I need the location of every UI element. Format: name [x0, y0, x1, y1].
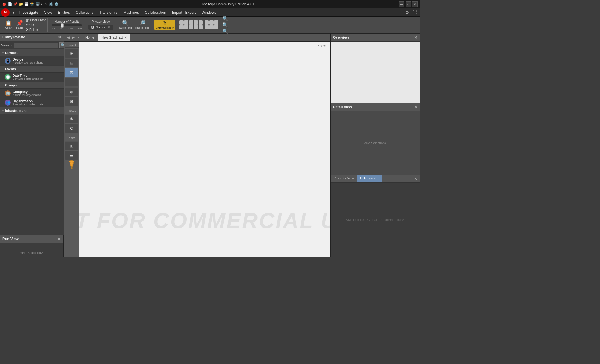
minimize-button[interactable]: —	[399, 1, 404, 7]
menu-transforms[interactable]: Transforms	[96, 9, 120, 16]
clear-graph-label: Clear Graph	[30, 19, 46, 22]
category-infrastructure[interactable]: − Infrastructure	[0, 107, 64, 114]
quick-find-button[interactable]: 🔍 Quick Find	[118, 20, 133, 30]
slider-ticks: 12 50 256 10k	[52, 27, 82, 30]
circular-layout-button[interactable]: ⊛	[65, 87, 78, 96]
company-icon: 🏢	[5, 90, 11, 96]
layout-icon-7[interactable]	[184, 25, 188, 29]
layout-icon-4[interactable]	[194, 20, 198, 25]
privacy-icon: 🖼	[91, 25, 94, 29]
align-icon-1[interactable]	[205, 20, 209, 25]
align-icon-2[interactable]	[209, 20, 214, 25]
node-size-buttons[interactable]	[65, 160, 78, 169]
tab-new-graph[interactable]: New Graph (1) ✕	[98, 34, 130, 41]
align-icon-5[interactable]	[209, 25, 214, 29]
run-view-title: Run View	[2, 237, 19, 241]
maximize-button[interactable]: □	[406, 1, 411, 7]
overview-header: Overview ✕	[331, 34, 420, 42]
entity-selection-icon: 🖱	[162, 20, 168, 26]
app-dropdown[interactable]: ▼	[11, 11, 16, 14]
tab-nav-next[interactable]: ▶	[71, 35, 76, 40]
view-button-1[interactable]: ⊞	[65, 141, 78, 150]
find-in-files-button[interactable]: 🔎 Find in Files	[134, 20, 151, 30]
tab-home[interactable]: Home	[82, 34, 98, 40]
layout-icon-3[interactable]	[189, 20, 193, 25]
zoom-out-button[interactable]: 🔍	[222, 22, 228, 28]
list-item[interactable]: 📱 Device A device such as a phone	[0, 56, 64, 66]
property-view-tab[interactable]: Property View	[331, 175, 357, 182]
entity-list: − Devices 📱 Device A device such as a ph…	[0, 49, 64, 235]
tab-close-icon[interactable]: ✕	[124, 36, 127, 40]
fit-view-button[interactable]: 🔍	[222, 28, 228, 34]
layout-icon-8[interactable]	[189, 25, 193, 29]
tab-nav-prev[interactable]: ◀	[66, 35, 71, 40]
list-item[interactable]: 🏢 Company A business organization	[0, 89, 64, 98]
list-item[interactable]: 👥 Organization A social group which dist…	[0, 98, 64, 107]
search-input[interactable]	[14, 43, 58, 48]
category-events[interactable]: − Events	[0, 66, 64, 73]
graph-canvas[interactable]: 100% NOT FOR COMMERCIAL USE	[80, 42, 330, 257]
layout-icon-1[interactable]	[179, 20, 184, 25]
menu-collections[interactable]: Collections	[73, 9, 97, 16]
slider-section: Number of Results 12 50 256 10k	[50, 20, 84, 30]
paste-button[interactable]: 📌 Paste	[14, 20, 25, 30]
property-body: <No Hub Item Global Transform Inputs>	[331, 183, 420, 257]
copy-button[interactable]: 📋 Copy	[3, 20, 14, 30]
privacy-mode-dropdown[interactable]: 🖼 Normal ▼	[88, 25, 113, 30]
align-icon-6[interactable]	[214, 25, 218, 29]
maltego-logo[interactable]: M	[1, 8, 10, 17]
menu-investigate[interactable]: Investigate	[16, 9, 41, 16]
layout-icon-5[interactable]	[199, 20, 203, 25]
clear-graph-button[interactable]: 🗑 Clear Graph	[26, 18, 46, 22]
privacy-mode-label: Privacy Mode	[92, 20, 110, 23]
slider-thumb[interactable]	[61, 23, 64, 28]
delete-label: Delete	[29, 28, 38, 31]
detail-close[interactable]: ✕	[414, 105, 418, 109]
view-button-2[interactable]: ☰	[65, 151, 78, 160]
hub-transform-tab[interactable]: Hub Transf...	[357, 175, 382, 182]
settings-icon[interactable]: ⚙	[404, 10, 411, 15]
quick-find-icon: 🔍	[122, 20, 129, 26]
active-layout-button[interactable]: ⊠	[65, 68, 78, 77]
hierarchical-layout-button[interactable]: ⊟	[65, 58, 78, 67]
cut-button[interactable]: ✂ Cut	[26, 23, 46, 27]
entity-palette-close[interactable]: ✕	[58, 35, 62, 40]
layout-icon-6[interactable]	[179, 25, 184, 29]
close-button[interactable]: ✕	[412, 1, 418, 7]
zoom-in-button[interactable]: 🔍	[222, 16, 228, 22]
menu-import-export[interactable]: Import | Export	[169, 9, 199, 16]
quick-find-group: 🔍 Quick Find 🔎 Find in Files	[117, 18, 152, 32]
property-panel: Property View Hub Transf... ✕ <No Hub It…	[331, 175, 420, 257]
delete-button[interactable]: ✕ Delete	[26, 28, 46, 32]
freeze-button[interactable]: ❄	[65, 114, 78, 123]
layout-icon-2[interactable]	[184, 20, 188, 25]
category-groups[interactable]: − Groups	[0, 82, 64, 89]
find-in-files-icon: 🔎	[139, 20, 146, 26]
paste-icon: 📌	[16, 20, 23, 26]
menu-collaboration[interactable]: Collaboration	[142, 9, 169, 16]
datetime-desc: Contains a date and a tim	[13, 77, 44, 80]
tree-layout-button[interactable]: ⊕	[65, 97, 78, 106]
layout-icon-10[interactable]	[199, 25, 203, 29]
entity-selection-group: 🖱 Entity Selection	[153, 18, 177, 32]
tab-nav-down[interactable]: ▼	[76, 35, 82, 40]
grid-layout-button[interactable]: ⊞	[65, 49, 78, 58]
entity-selection-button[interactable]: 🖱 Entity Selection	[154, 20, 176, 30]
layout-icon-9[interactable]	[194, 25, 198, 29]
menu-machines[interactable]: Machines	[121, 9, 142, 16]
fullscreen-icon[interactable]: ⛶	[411, 10, 419, 15]
refresh-button[interactable]: ↻	[65, 124, 78, 133]
menu-windows[interactable]: Windows	[199, 9, 219, 16]
overview-close[interactable]: ✕	[414, 35, 418, 40]
menu-view[interactable]: View	[41, 9, 55, 16]
run-view-close[interactable]: ✕	[57, 237, 61, 241]
align-icon-4[interactable]	[205, 25, 209, 29]
list-item[interactable]: 🕐 DateTime Contains a date and a tim	[0, 73, 64, 82]
organic-layout-button[interactable]: ⋯	[65, 78, 78, 87]
slider-track[interactable]	[52, 24, 82, 26]
property-close[interactable]: ✕	[412, 175, 420, 182]
menu-entities[interactable]: Entities	[55, 9, 73, 16]
category-devices[interactable]: − Devices	[0, 49, 64, 56]
window-controls[interactable]: — □ ✕	[399, 1, 418, 7]
align-icon-3[interactable]	[214, 20, 218, 25]
